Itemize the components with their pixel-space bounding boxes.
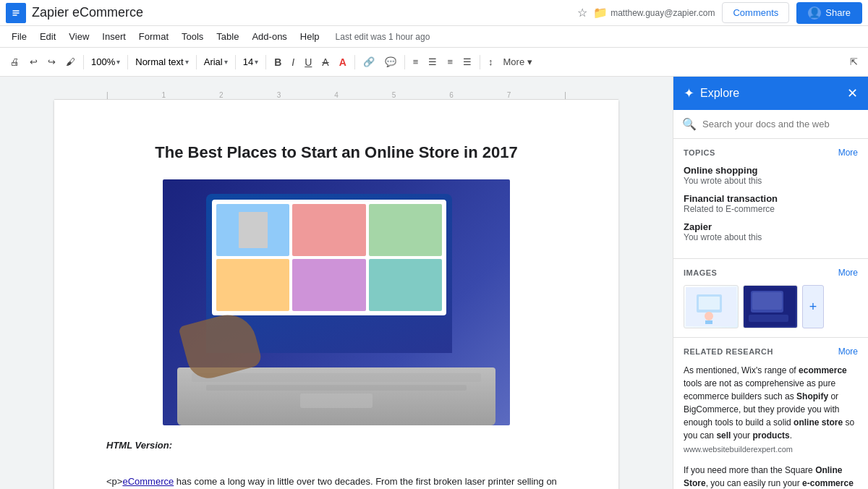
image-add-button[interactable]: + (802, 285, 824, 328)
related-text-2: If you need more than the Square Online … (684, 464, 858, 489)
images-section: IMAGES More (673, 259, 868, 338)
underline-button[interactable]: U (300, 54, 316, 71)
font-size-selector[interactable]: 14 ▾ (239, 54, 262, 69)
menu-help[interactable]: Help (294, 28, 326, 45)
svg-rect-11 (752, 292, 782, 310)
document-area[interactable]: | 1 2 3 4 5 6 7 | The Best Places to Sta… (0, 77, 673, 489)
strikethrough-button[interactable]: A (318, 54, 333, 71)
menu-edit[interactable]: Edit (34, 28, 61, 45)
topics-label: TOPICS (684, 148, 715, 157)
redo-button[interactable]: ↪ (43, 54, 60, 70)
menu-format[interactable]: Format (133, 28, 174, 45)
document-page: The Best Places to Start an Online Store… (54, 100, 618, 489)
font-size-chevron: ▾ (255, 58, 258, 66)
images-more[interactable]: More (838, 268, 858, 278)
divider-1 (83, 55, 84, 69)
more-button[interactable]: More ▾ (499, 54, 537, 70)
expand-button[interactable]: ⇱ (846, 54, 862, 70)
document-title[interactable]: Zapier eCommerce (32, 5, 574, 20)
menu-view[interactable]: View (63, 28, 95, 45)
undo-button[interactable]: ↩ (25, 54, 42, 70)
paint-format-button[interactable]: 🖌 (61, 54, 80, 70)
divider-3 (196, 55, 197, 69)
app-icon (6, 3, 26, 23)
main-layout: | 1 2 3 4 5 6 7 | The Best Places to Sta… (0, 77, 868, 489)
share-icon: 👤 (808, 7, 821, 20)
align-left-button[interactable]: ≡ (409, 54, 423, 70)
menu-addons[interactable]: Add-ons (246, 28, 292, 45)
print-button[interactable]: 🖨 (6, 54, 24, 70)
svg-rect-6 (699, 297, 720, 310)
bold-button[interactable]: B (270, 54, 286, 71)
divider-4 (235, 55, 236, 69)
topic-item-3[interactable]: Zapier You wrote about this (684, 221, 858, 242)
search-icon: 🔍 (682, 117, 697, 131)
svg-rect-3 (13, 14, 17, 16)
menu-insert[interactable]: Insert (96, 28, 132, 45)
svg-point-7 (705, 312, 713, 320)
svg-rect-2 (13, 12, 20, 14)
related-research-label: RELATED RESEARCH (684, 347, 773, 356)
font-chevron: ▾ (224, 58, 228, 66)
divider-5 (265, 55, 266, 69)
font-size-value: 14 (243, 56, 253, 67)
folder-icon[interactable]: 📁 (593, 6, 608, 20)
text-style-chevron: ▾ (185, 58, 189, 66)
related-research-section: RELATED RESEARCH More As mentioned, Wix'… (673, 338, 868, 489)
zoom-chevron: ▾ (116, 58, 120, 66)
share-button[interactable]: 👤 Share (796, 2, 862, 24)
zoom-value: 100% (91, 56, 115, 67)
related-block-1: As mentioned, Wix's range of ecommerce t… (684, 364, 858, 454)
menu-bar: File Edit View Insert Format Tools Table… (0, 26, 868, 48)
image-thumb-2[interactable] (743, 285, 798, 328)
topic-name-1: Online shopping (684, 165, 858, 176)
title-right-actions: matthew.guay@zapier.com Comments 👤 Share (610, 2, 862, 24)
user-email: matthew.guay@zapier.com (610, 8, 715, 18)
comments-button[interactable]: Comments (722, 2, 789, 23)
topic-item-1[interactable]: Online shopping You wrote about this (684, 165, 858, 186)
explore-header: ✦ Explore ✕ (673, 77, 868, 110)
images-grid: + (684, 285, 858, 328)
topic-sub-1: You wrote about this (684, 176, 858, 186)
topic-sub-3: You wrote about this (684, 232, 858, 242)
explore-sidebar: ✦ Explore ✕ 🔍 TOPICS More Online shoppin… (673, 77, 868, 489)
ruler: | 1 2 3 4 5 6 7 | (54, 91, 618, 100)
font-selector[interactable]: Arial ▾ (200, 54, 231, 69)
topic-item-2[interactable]: Financial transaction Related to E-comme… (684, 193, 858, 214)
explore-close-button[interactable]: ✕ (847, 85, 858, 101)
topics-more[interactable]: More (838, 148, 858, 158)
insert-comment-button[interactable]: 💬 (380, 54, 401, 70)
related-text-1: As mentioned, Wix's range of ecommerce t… (684, 364, 858, 442)
insert-link-button[interactable]: 🔗 (359, 54, 379, 70)
image-thumb-1[interactable] (684, 285, 739, 328)
html-version-label: HTML Version: (106, 438, 566, 454)
title-bar: Zapier eCommerce ☆ 📁 matthew.guay@zapier… (0, 0, 868, 26)
related-more[interactable]: More (838, 346, 858, 357)
text-style-selector[interactable]: Normal text ▾ (132, 54, 192, 69)
last-edit-text: Last edit was 1 hour ago (336, 32, 430, 42)
menu-file[interactable]: File (6, 28, 33, 45)
images-header: IMAGES More (684, 268, 858, 278)
font-value: Arial (204, 56, 223, 67)
align-right-button[interactable]: ≡ (443, 54, 457, 70)
body-paragraph: <p>eCommerce has come a long way in litt… (106, 475, 566, 489)
search-input[interactable] (702, 119, 859, 129)
document-image (163, 179, 510, 425)
italic-button[interactable]: I (287, 54, 299, 71)
divider-8 (480, 55, 480, 69)
related-url-1[interactable]: www.websitebuilderexpert.com (684, 445, 858, 454)
star-icon[interactable]: ☆ (577, 6, 587, 20)
text-color-button[interactable]: A (335, 54, 351, 71)
ecommerce-link[interactable]: eCommerce (122, 476, 174, 487)
justify-button[interactable]: ☰ (459, 54, 476, 70)
topics-section: TOPICS More Online shopping You wrote ab… (673, 139, 868, 259)
align-center-button[interactable]: ☰ (424, 54, 441, 70)
document-heading: The Best Places to Start an Online Store… (106, 143, 566, 162)
line-spacing-button[interactable]: ↕ (484, 54, 498, 70)
zoom-selector[interactable]: 100% ▾ (88, 54, 124, 69)
menu-tools[interactable]: Tools (176, 28, 209, 45)
document-body: HTML Version: <p>eCommerce has come a lo… (106, 438, 566, 489)
related-research-header: RELATED RESEARCH More (684, 346, 858, 357)
explore-content: TOPICS More Online shopping You wrote ab… (673, 139, 868, 489)
menu-table[interactable]: Table (210, 28, 244, 45)
